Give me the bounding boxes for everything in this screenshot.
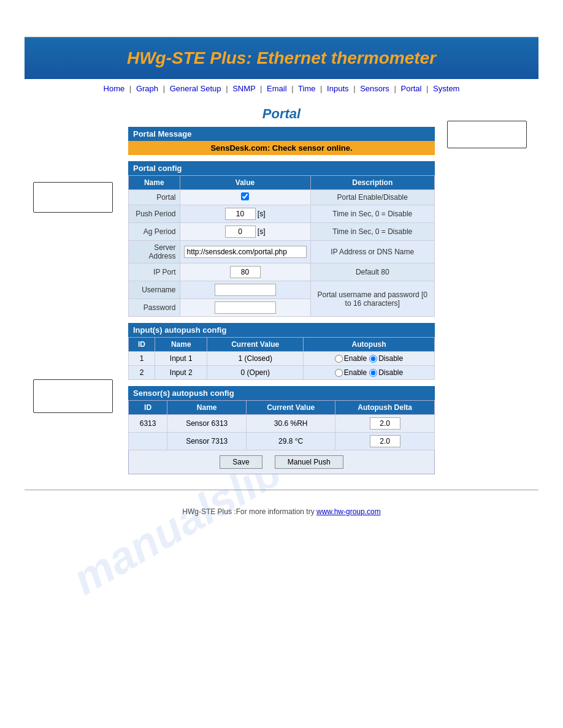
header-title-plain: HWg-STE Plus: (127, 48, 252, 67)
ag-period-unit: [s] (258, 227, 266, 236)
sensor-row1-delta (335, 415, 435, 433)
main-content: Portal Message SensDesk.com: Check senso… (128, 127, 435, 474)
sensor-row2-id (129, 433, 167, 450)
row-portal-desc: Portal Enable/Disable (310, 190, 434, 205)
row-password-name: Password (129, 299, 180, 317)
input-row2-autopush: Enable Disable (304, 366, 435, 380)
row-ip-port-desc: Default 80 (310, 264, 434, 281)
sensor-row1-value: 30.6 %RH (247, 415, 335, 433)
content-area: Portal Portal Message SensDesk.com: Chec… (25, 98, 538, 477)
sensors-col-delta: Autopush Delta (335, 401, 435, 415)
inputs-col-autopush: Autopush (304, 338, 435, 352)
input-row1-value: 1 (Closed) (207, 352, 304, 366)
sensor-row2-delta (335, 433, 435, 450)
row-ip-port-name: IP Port (129, 264, 180, 281)
row-ip-port-value (180, 264, 310, 281)
input1-enable-radio[interactable] (335, 355, 343, 363)
nav-time[interactable]: Time (298, 84, 315, 93)
footer-link[interactable]: www.hw-group.com (316, 507, 381, 516)
row-password-value (180, 299, 310, 317)
table-row: 6313 Sensor 6313 30.6 %RH (129, 415, 435, 433)
input1-disable-radio[interactable] (369, 355, 377, 363)
annotation-box-bottom-left (33, 379, 113, 413)
header-banner: HWg-STE Plus: Ethernet thermometer (25, 37, 538, 79)
row-server-address-desc: IP Address or DNS Name (310, 241, 434, 264)
sensor1-delta-input[interactable] (370, 417, 400, 430)
input2-disable-radio[interactable] (369, 369, 377, 377)
ag-period-input[interactable] (225, 226, 256, 238)
portal-enable-checkbox[interactable] (241, 192, 249, 200)
nav-general-setup[interactable]: General Setup (170, 84, 221, 93)
table-row: 1 Input 1 1 (Closed) Enable Disable (129, 352, 435, 366)
sensors-autopush-table: ID Name Current Value Autopush Delta 631… (128, 400, 435, 450)
save-button[interactable]: Save (220, 455, 262, 469)
password-input[interactable] (215, 301, 276, 314)
table-row: Server Address IP Address or DNS Name (129, 241, 435, 264)
header-title-italic: Ethernet thermometer (252, 48, 436, 67)
username-input[interactable] (215, 284, 276, 296)
nav-bar: Home | Graph | General Setup | SNMP | Em… (25, 79, 538, 98)
input-row2-id: 2 (129, 366, 155, 380)
nav-email[interactable]: Email (267, 84, 287, 93)
nav-sensors[interactable]: Sensors (360, 84, 389, 93)
portal-config-header: Portal config (128, 161, 435, 175)
row-portal-value[interactable] (180, 190, 310, 205)
col-name: Name (129, 176, 180, 190)
nav-portal[interactable]: Portal (400, 84, 421, 93)
table-row: Push Period [s] Time in Sec, 0 = Disable (129, 205, 435, 223)
sensors-col-current: Current Value (247, 401, 335, 415)
row-server-address-value (180, 241, 310, 264)
header-title: HWg-STE Plus: Ethernet thermometer (127, 48, 436, 67)
input-row2-name: Input 2 (155, 366, 207, 380)
input-row2-value: 0 (Open) (207, 366, 304, 380)
table-row: Ag Period [s] Time in Sec, 0 = Disable (129, 223, 435, 241)
footer: HWg-STE Plus :For more information try w… (0, 502, 563, 521)
sensor2-delta-input[interactable] (370, 435, 400, 447)
sensors-autopush-header: Sensor(s) autopush config (128, 386, 435, 400)
ip-port-input[interactable] (230, 266, 261, 278)
row-ag-period-desc: Time in Sec, 0 = Disable (310, 223, 434, 241)
inputs-autopush-header: Input(s) autopush config (128, 323, 435, 337)
sensor-row2-name: Sensor 7313 (167, 433, 247, 450)
nav-inputs[interactable]: Inputs (327, 84, 348, 93)
sensors-col-id: ID (129, 401, 167, 415)
row-server-address-name: Server Address (129, 241, 180, 264)
portal-message-text: SensDesk.com: Check sensor online. (128, 141, 435, 155)
portal-config-table: Name Value Description Portal Portal Ena… (128, 175, 435, 317)
bottom-divider (25, 490, 538, 490)
annotation-box-top (447, 121, 527, 148)
row-push-period-value: [s] (180, 205, 310, 223)
push-period-input[interactable] (225, 208, 256, 220)
input-row1-autopush: Enable Disable (304, 352, 435, 366)
table-row: Portal Portal Enable/Disable (129, 190, 435, 205)
inputs-col-id: ID (129, 338, 155, 352)
push-period-unit: [s] (258, 210, 266, 218)
table-row: Sensor 7313 29.8 °C (129, 433, 435, 450)
col-value: Value (180, 176, 310, 190)
table-row: 2 Input 2 0 (Open) Enable Disable (129, 366, 435, 380)
sensors-col-name: Name (167, 401, 247, 415)
buttons-row: Save Manuel Push (128, 450, 435, 474)
input-row1-id: 1 (129, 352, 155, 366)
row-ag-period-name: Ag Period (129, 223, 180, 241)
row-username-name: Username (129, 281, 180, 299)
server-address-input[interactable] (184, 246, 307, 258)
manual-push-button[interactable]: Manuel Push (275, 455, 343, 469)
inputs-autopush-table: ID Name Current Value Autopush 1 Input 1… (128, 337, 435, 380)
row-push-period-desc: Time in Sec, 0 = Disable (310, 205, 434, 223)
nav-snmp[interactable]: SNMP (232, 84, 255, 93)
input-row1-name: Input 1 (155, 352, 207, 366)
nav-home[interactable]: Home (104, 84, 125, 93)
sensor-row1-id: 6313 (129, 415, 167, 433)
table-row: Username Portal username and password [0… (129, 281, 435, 299)
input2-enable-radio[interactable] (335, 369, 343, 377)
row-username-value (180, 281, 310, 299)
nav-system[interactable]: System (433, 84, 459, 93)
row-push-period-name: Push Period (129, 205, 180, 223)
nav-graph[interactable]: Graph (136, 84, 158, 93)
row-ag-period-value: [s] (180, 223, 310, 241)
sensor-row1-name: Sensor 6313 (167, 415, 247, 433)
col-description: Description (310, 176, 434, 190)
sensor-row2-value: 29.8 °C (247, 433, 335, 450)
inputs-col-name: Name (155, 338, 207, 352)
